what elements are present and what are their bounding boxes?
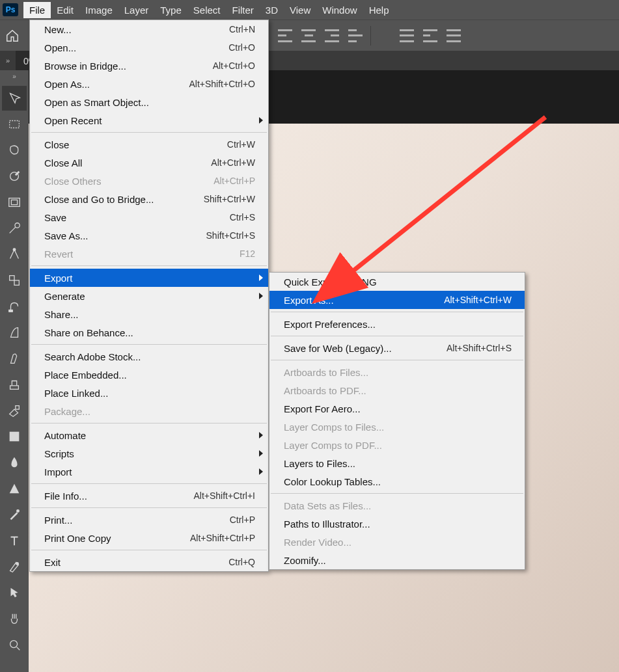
align-left-icon[interactable]: [278, 29, 292, 42]
menu-item-label: Close and Go to Bridge...: [44, 194, 154, 205]
menu-image[interactable]: Image: [79, 2, 118, 18]
history-brush-tool[interactable]: [2, 320, 27, 345]
brush-tool[interactable]: [2, 346, 27, 371]
blur-tool[interactable]: [2, 450, 27, 475]
clone-stamp-tool[interactable]: [2, 294, 27, 319]
menu-item-shortcut: Alt+Shift+Ctrl+O: [189, 79, 255, 89]
menu-item-label: Zoomify...: [284, 555, 326, 566]
align-center-h-icon[interactable]: [301, 29, 316, 42]
menu-filter[interactable]: Filter: [227, 2, 260, 18]
menu-view[interactable]: View: [284, 2, 316, 18]
file-menu-dropdown: New...Ctrl+NOpen...Ctrl+OBrowse in Bridg…: [29, 20, 269, 572]
menu-type[interactable]: Type: [154, 2, 187, 18]
separator: [31, 483, 267, 484]
menu-item-label: Place Linked...: [44, 388, 108, 399]
export-menu-item-export-for-aero[interactable]: Export For Aero...: [269, 399, 525, 418]
file-menu-item-search-adobe-stock[interactable]: Search Adobe Stock...: [30, 347, 268, 366]
eyedropper-tool[interactable]: [2, 216, 27, 241]
file-menu-item-generate[interactable]: Generate: [30, 287, 268, 305]
file-menu-item-revert: RevertF12: [30, 245, 268, 263]
file-menu-item-exit[interactable]: ExitCtrl+Q: [30, 553, 268, 571]
marquee-tool[interactable]: [2, 112, 27, 137]
export-menu-item-layers-to-files[interactable]: Layers to Files...: [269, 454, 525, 472]
submenu-arrow-icon: [259, 432, 263, 438]
align-top-icon[interactable]: [348, 29, 363, 42]
svg-point-13: [16, 563, 19, 565]
file-menu-item-save-as[interactable]: Save As...Shift+Ctrl+S: [30, 226, 268, 245]
file-menu-item-share-on-behance[interactable]: Share on Behance...: [30, 323, 268, 342]
quick-selection-tool[interactable]: [2, 164, 27, 189]
svg-rect-10: [16, 406, 20, 410]
file-menu-item-export[interactable]: Export: [30, 269, 268, 287]
file-menu-item-save[interactable]: SaveCtrl+S: [30, 208, 268, 226]
gradient-tool[interactable]: [2, 424, 27, 449]
file-menu-item-open-recent[interactable]: Open Recent: [30, 111, 268, 129]
file-menu-item-new[interactable]: New...Ctrl+N: [30, 20, 268, 38]
file-menu-item-import[interactable]: Import: [30, 463, 268, 481]
menu-select[interactable]: Select: [187, 2, 227, 18]
pen-tool[interactable]: [2, 502, 27, 527]
menu-item-label: Paths to Illustrator...: [284, 518, 370, 530]
distribute-bottom-icon[interactable]: [447, 29, 461, 42]
export-menu-item-paths-to-illustrator[interactable]: Paths to Illustrator...: [269, 515, 525, 533]
export-menu-item-zoomify[interactable]: Zoomify...: [269, 551, 525, 569]
patch-tool[interactable]: [2, 268, 27, 293]
stamp-tool[interactable]: [2, 372, 27, 397]
direct-selection-tool[interactable]: [2, 580, 27, 605]
type-tool[interactable]: [2, 528, 27, 553]
eraser-tool[interactable]: [2, 398, 27, 423]
hand-tool[interactable]: [2, 606, 27, 631]
file-menu-item-place-embedded[interactable]: Place Embedded...: [30, 366, 268, 384]
file-menu-item-place-linked[interactable]: Place Linked...: [30, 384, 268, 402]
file-menu-item-open-as-smart-object[interactable]: Open as Smart Object...: [30, 93, 268, 111]
menu-window[interactable]: Window: [316, 2, 363, 18]
file-menu-item-browse-in-bridge[interactable]: Browse in Bridge...Alt+Ctrl+O: [30, 57, 268, 75]
menu-edit[interactable]: Edit: [51, 2, 79, 18]
export-menu-item-color-lookup-tables[interactable]: Color Lookup Tables...: [269, 472, 525, 491]
svg-rect-2: [9, 198, 20, 207]
triangle-tool[interactable]: [2, 476, 27, 501]
separator: [31, 132, 267, 133]
menu-item-label: Artboards to Files...: [284, 367, 368, 378]
export-menu-item-export-preferences[interactable]: Export Preferences...: [269, 315, 525, 333]
menu-help[interactable]: Help: [363, 2, 395, 18]
file-menu-item-close-and-go-to-bridge[interactable]: Close and Go to Bridge...Shift+Ctrl+W: [30, 190, 268, 208]
crop-tool[interactable]: [2, 190, 27, 215]
file-menu-item-open[interactable]: Open...Ctrl+O: [30, 38, 268, 57]
file-menu-item-automate[interactable]: Automate: [30, 426, 268, 444]
align-right-icon[interactable]: [325, 29, 339, 42]
file-menu-item-file-info[interactable]: File Info...Alt+Shift+Ctrl+I: [30, 487, 268, 505]
toolbox-collapse-icon[interactable]: »: [12, 73, 16, 85]
separator: [271, 312, 523, 312]
menu-layer[interactable]: Layer: [118, 2, 155, 18]
menu-3d[interactable]: 3D: [260, 2, 284, 18]
file-menu-item-print[interactable]: Print...Ctrl+P: [30, 511, 268, 529]
export-menu-item-export-as[interactable]: Export As...Alt+Shift+Ctrl+W: [269, 291, 525, 309]
menu-item-label: Save for Web (Legacy)...: [284, 343, 392, 354]
file-menu-item-open-as[interactable]: Open As...Alt+Shift+Ctrl+O: [30, 75, 268, 93]
home-icon[interactable]: [0, 23, 25, 48]
submenu-arrow-icon: [259, 275, 263, 281]
export-menu-item-save-for-web-legacy[interactable]: Save for Web (Legacy)...Alt+Shift+Ctrl+S: [269, 339, 525, 357]
file-menu-item-close[interactable]: CloseCtrl+W: [30, 135, 268, 154]
svg-point-14: [10, 641, 18, 648]
tab-chevron-icon[interactable]: »: [0, 51, 16, 70]
move-tool[interactable]: [2, 86, 27, 111]
distribute-top-icon[interactable]: [400, 29, 414, 42]
file-menu-item-scripts[interactable]: Scripts: [30, 444, 268, 463]
menu-file[interactable]: File: [23, 2, 51, 18]
menu-item-label: New...: [44, 24, 72, 35]
export-menu-item-quick-export-as-png[interactable]: Quick Export as PNG: [269, 273, 525, 291]
path-selection-tool[interactable]: [2, 554, 27, 579]
alignment-icons: [278, 29, 363, 42]
lasso-tool[interactable]: [2, 138, 27, 163]
spot-healing-tool[interactable]: [2, 242, 27, 267]
zoom-tool[interactable]: [2, 632, 27, 657]
separator: [31, 423, 267, 423]
menubar: Ps FileEditImageLayerTypeSelectFilter3DV…: [0, 0, 619, 20]
separator: [370, 26, 371, 46]
file-menu-item-close-all[interactable]: Close AllAlt+Ctrl+W: [30, 154, 268, 172]
file-menu-item-share[interactable]: Share...: [30, 305, 268, 323]
distribute-center-icon[interactable]: [423, 29, 437, 42]
file-menu-item-print-one-copy[interactable]: Print One CopyAlt+Shift+Ctrl+P: [30, 529, 268, 547]
